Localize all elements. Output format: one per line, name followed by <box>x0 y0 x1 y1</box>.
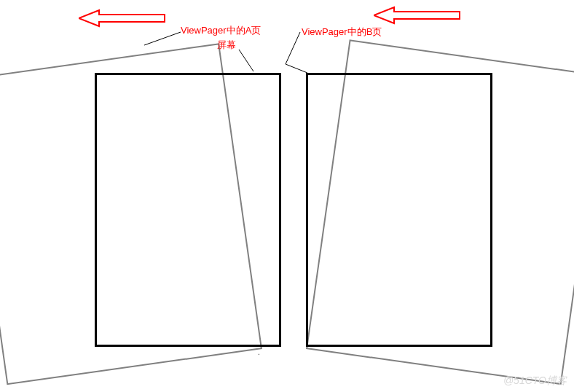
watermark-text: @51CTO博客 <box>503 375 567 388</box>
decorative-dot: . <box>258 348 260 356</box>
svg-line-4 <box>286 32 300 64</box>
svg-line-3 <box>239 50 253 71</box>
leader-lines <box>0 0 574 392</box>
svg-line-5 <box>286 64 307 73</box>
diagram-canvas: ViewPager中的A页 屏幕 ViewPager中的B页 . @51CTO博… <box>0 0 574 392</box>
svg-line-2 <box>144 32 181 45</box>
